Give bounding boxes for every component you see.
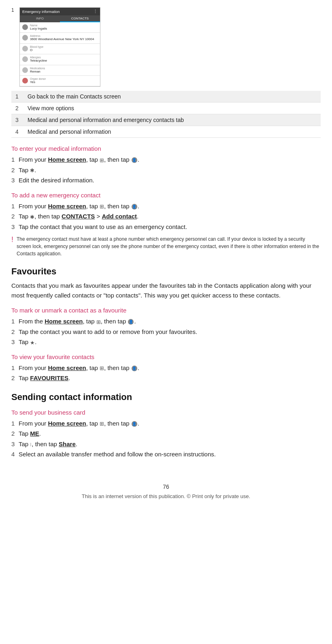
emergency-step-1: 1 From your Home screen, tap ⊞, then tap… <box>11 202 321 211</box>
contact-icon-f1: 👤 <box>128 319 134 325</box>
send-step-1: 1 From your Home screen, tap ⊞, then tap… <box>11 419 321 428</box>
legend-num-4: 4 <box>11 126 23 138</box>
page-number: 76 <box>11 484 321 490</box>
contact-icon-m1: 👤 <box>132 157 137 163</box>
gear-icon-m2: ✱ <box>30 167 34 175</box>
device-screenshot: Emergency information ⋮ INFO CONTACTS Na… <box>19 7 100 87</box>
tab-contacts: CONTACTS <box>60 15 100 22</box>
section-title-sending: Sending contact information <box>11 392 321 402</box>
send-step-4: 4 Select an available transfer method an… <box>11 450 321 459</box>
legend-row-1: 1 Go back to the main Contacts screen <box>11 91 321 103</box>
legend-row-3: 3 Medical and personal information and e… <box>11 114 321 126</box>
device-row-allergies: Allergies Tetracycline <box>20 54 100 65</box>
heading-emergency: To add a new emergency contact <box>11 192 321 199</box>
medical-step-2: 2 Tap ✱. <box>11 166 321 175</box>
view-fav-step-2: 2 Tap FAVOURITES. <box>11 374 321 383</box>
callout-1: 1 <box>11 7 14 13</box>
legend-text-4: Medical and personal information <box>23 126 321 138</box>
page-footer: 76 This is an internet version of this p… <box>11 484 321 499</box>
sending-steps: 1 From your Home screen, tap ⊞, then tap… <box>11 419 321 459</box>
heading-business-card: To send your business card <box>11 409 321 416</box>
device-row-organ: Organ donor Yes <box>20 76 100 86</box>
legend-row-2: 2 View more options <box>11 103 321 114</box>
device-tabs: INFO CONTACTS <box>20 15 100 22</box>
view-favourite-steps: 1 From your Home screen, tap ⊞, then tap… <box>11 364 321 383</box>
legend-text-3: Medical and personal information and eme… <box>23 114 321 126</box>
emergency-step-3: 3 Tap the contact that you want to use a… <box>11 223 321 232</box>
contact-icon-s1: 👤 <box>132 421 137 427</box>
device-row-blood: Blood type O <box>20 44 100 54</box>
heading-medical: To enter your medical information <box>11 145 321 152</box>
device-row-address: Address 3600 Woodland Avenue New York NY… <box>20 33 100 43</box>
legend-table: 1 Go back to the main Contacts screen 2 … <box>11 91 321 138</box>
emergency-steps: 1 From your Home screen, tap ⊞, then tap… <box>11 202 321 232</box>
warning-block: ! The emergency contact must have at lea… <box>11 235 321 257</box>
star-icon-f3: ★ <box>30 339 35 347</box>
gear-icon-e2: ✱ <box>30 213 34 221</box>
medical-steps: 1 From your Home screen, tap ⊞, then tap… <box>11 155 321 185</box>
mark-fav-step-3: 3 Tap ★. <box>11 338 321 347</box>
legend-num-3: 3 <box>11 114 23 126</box>
device-row-name: Name Lucy Ingalls <box>20 22 100 33</box>
legend-num-1: 1 <box>11 91 23 103</box>
warning-text: The emergency contact must have at least… <box>17 235 321 257</box>
apps-icon-vf1: ⊞ <box>100 364 104 372</box>
share-icon-s3: ⁝ <box>30 441 32 448</box>
apps-icon-e1: ⊞ <box>100 203 104 211</box>
mark-fav-step-2: 2 Tap the contact you want to add to or … <box>11 327 321 337</box>
send-step-3: 3 Tap ⁝, then tap Share. <box>11 440 321 449</box>
legend-text-2: View more options <box>23 103 321 114</box>
copyright-text: This is an internet version of this publ… <box>11 493 321 499</box>
section-title-favourites: Favourites <box>11 266 321 277</box>
send-step-2: 2 Tap ME. <box>11 429 321 439</box>
apps-icon-s1: ⊞ <box>100 420 104 428</box>
emergency-step-2: 2 Tap ✱, then tap CONTACTS > Add contact… <box>11 212 321 221</box>
view-fav-step-1: 1 From your Home screen, tap ⊞, then tap… <box>11 364 321 373</box>
device-header-bar: Emergency information ⋮ <box>20 8 100 15</box>
warning-icon: ! <box>11 235 13 244</box>
legend-row-4: 4 Medical and personal information <box>11 126 321 138</box>
device-row-medications: Medications Reman <box>20 65 100 76</box>
apps-icon-m1: ⊞ <box>100 156 104 165</box>
tab-info: INFO <box>20 15 60 22</box>
apps-icon-f1: ⊞ <box>96 318 101 326</box>
medical-step-3: 3 Edit the desired information. <box>11 176 321 185</box>
device-title: Emergency information <box>22 10 60 14</box>
heading-view-favourite: To view your favourite contacts <box>11 353 321 360</box>
legend-text-1: Go back to the main Contacts screen <box>23 91 321 103</box>
heading-mark-favourite: To mark or unmark a contact as a favouri… <box>11 307 321 314</box>
mark-favourite-steps: 1 From the Home screen, tap ⊞, then tap … <box>11 317 321 347</box>
mark-fav-step-1: 1 From the Home screen, tap ⊞, then tap … <box>11 317 321 326</box>
contact-icon-vf1: 👤 <box>132 366 137 371</box>
favourites-body: Contacts that you mark as favourites app… <box>11 281 321 300</box>
device-menu-icon: ⋮ <box>93 9 98 14</box>
contact-icon-e1: 👤 <box>132 204 137 210</box>
medical-step-1: 1 From your Home screen, tap ⊞, then tap… <box>11 155 321 165</box>
legend-num-2: 2 <box>11 103 23 114</box>
